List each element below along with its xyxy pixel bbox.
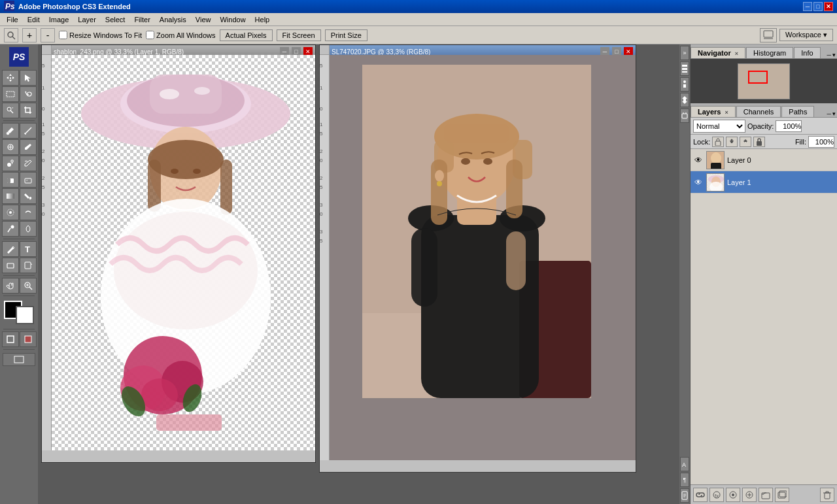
layer-eye-1[interactable]: 👁 (693, 177, 704, 188)
maximize-button[interactable]: □ (813, 2, 823, 11)
gradient-tool[interactable] (2, 188, 19, 204)
menu-filter[interactable]: Filter (130, 15, 154, 24)
menu-image[interactable]: Image (45, 15, 73, 24)
lasso-tool[interactable] (20, 86, 37, 102)
doc1-canvas[interactable] (52, 55, 315, 450)
workspace-button[interactable]: Workspace ▾ (779, 29, 833, 41)
menu-select[interactable]: Select (101, 15, 129, 24)
resize-windows-checkbox[interactable]: Resize Windows To Fit (59, 31, 142, 39)
zoom-in-button[interactable]: + (22, 28, 37, 42)
print-size-button[interactable]: Print Size (325, 29, 367, 41)
menu-analysis[interactable]: Analysis (156, 15, 190, 24)
smudge-tool[interactable] (20, 205, 37, 220)
navigator-tab[interactable]: Navigator × (691, 47, 745, 58)
zoom-tool[interactable] (20, 278, 37, 294)
lock-image-btn[interactable] (726, 137, 738, 147)
shape-tool[interactable] (2, 258, 19, 273)
workspace-icon[interactable] (760, 28, 777, 42)
tool-options-icon[interactable] (4, 28, 18, 42)
layers-panel-minimize[interactable]: ─ (827, 110, 831, 117)
nav-tab-close[interactable]: × (735, 50, 738, 57)
svg-point-92 (731, 139, 733, 141)
svg-rect-36 (7, 336, 14, 343)
history-brush-tool[interactable] (20, 156, 37, 171)
info-tab[interactable]: Info (794, 47, 820, 58)
strip-btn-4[interactable] (680, 93, 689, 107)
strip-btn-5[interactable] (680, 109, 689, 123)
spot-healing-tool[interactable] (2, 139, 19, 155)
notes-tool[interactable] (20, 258, 37, 273)
quick-select-tool[interactable]: * (2, 103, 19, 118)
strip-btn-6[interactable]: A (680, 457, 689, 471)
nav-panel-expand[interactable]: ▾ (832, 52, 836, 58)
svg-rect-85 (682, 114, 687, 118)
nav-panel-minimize[interactable]: ─ (827, 52, 831, 58)
delete-layer-btn[interactable] (820, 488, 834, 502)
menu-edit[interactable]: Edit (24, 15, 44, 24)
fit-screen-button[interactable]: Fit Screen (277, 29, 321, 41)
layer-item-0[interactable]: 👁 Layer 0 (691, 149, 837, 171)
lock-move-btn[interactable] (740, 137, 751, 147)
menu-file[interactable]: File (3, 15, 22, 24)
paths-tab[interactable]: Paths (781, 106, 814, 117)
layers-tab-close[interactable]: × (725, 109, 728, 116)
standard-mode[interactable] (2, 331, 19, 347)
menu-view[interactable]: View (192, 15, 215, 24)
zoom-out-button[interactable]: - (41, 28, 55, 42)
menu-help[interactable]: Help (251, 15, 274, 24)
doc2-canvas[interactable] (330, 55, 636, 460)
move-tool[interactable] (2, 70, 19, 86)
menu-layer[interactable]: Layer (74, 15, 100, 24)
magic-eraser-tool[interactable]: * (20, 172, 37, 188)
histogram-tab[interactable]: Histogram (746, 47, 793, 58)
fill-input[interactable] (808, 136, 834, 148)
actual-pixels-button[interactable]: Actual Pixels (220, 29, 273, 41)
eraser-tool[interactable] (2, 172, 19, 188)
lock-all-btn[interactable] (753, 137, 765, 147)
blur-tool[interactable] (2, 205, 19, 220)
minimize-button[interactable]: ─ (803, 2, 812, 11)
layers-blend-controls: Normal Multiply Screen Opacity: (691, 118, 837, 135)
burn-tool[interactable] (20, 221, 37, 237)
crop-tool[interactable] (20, 103, 37, 118)
clone-stamp-tool[interactable] (2, 156, 19, 171)
layer-item-1[interactable]: 👁 Layer 1 (691, 171, 837, 193)
add-style-btn[interactable]: fx (709, 488, 724, 502)
layer-eye-0[interactable]: 👁 (693, 155, 704, 165)
strip-btn-7[interactable]: ¶ (680, 473, 689, 487)
pen-tool[interactable] (2, 241, 19, 257)
path-select-tool[interactable] (20, 70, 37, 86)
layers-tab[interactable]: Layers × (691, 106, 736, 117)
close-button[interactable]: ✕ (824, 2, 833, 11)
opacity-input[interactable] (776, 120, 802, 132)
strip-btn-3[interactable] (680, 77, 689, 92)
paint-bucket-tool[interactable] (20, 188, 37, 204)
svg-point-25 (9, 211, 12, 214)
channels-tab[interactable]: Channels (736, 106, 781, 117)
brush-tool[interactable] (20, 139, 37, 155)
dodge-tool[interactable] (2, 221, 19, 237)
text-tool[interactable]: T (20, 241, 37, 257)
lock-transparent-btn[interactable] (712, 137, 724, 147)
new-fill-layer-btn[interactable] (742, 488, 757, 502)
blend-mode-select[interactable]: Normal Multiply Screen (693, 120, 745, 133)
navigator-preview (691, 59, 837, 103)
new-group-btn[interactable] (759, 488, 773, 502)
strip-btn-1[interactable]: » (680, 46, 689, 60)
tool-row-5 (2, 139, 37, 155)
menu-window[interactable]: Window (216, 15, 249, 24)
quick-mask-mode[interactable] (20, 331, 37, 347)
link-layers-btn[interactable] (693, 488, 708, 502)
add-mask-btn[interactable] (726, 488, 740, 502)
new-layer-btn[interactable] (775, 488, 789, 502)
strip-btn-2[interactable] (680, 61, 689, 76)
zoom-all-checkbox[interactable]: Zoom All Windows (146, 31, 215, 39)
marquee-tool[interactable] (2, 86, 19, 102)
strip-btn-8[interactable] (680, 488, 689, 503)
screen-mode[interactable] (3, 353, 35, 366)
background-color[interactable] (16, 306, 34, 324)
measure-tool[interactable] (20, 123, 37, 139)
hand-tool[interactable] (2, 278, 19, 294)
eyedropper-tool[interactable] (2, 123, 19, 139)
layers-panel-expand[interactable]: ▾ (832, 110, 836, 117)
